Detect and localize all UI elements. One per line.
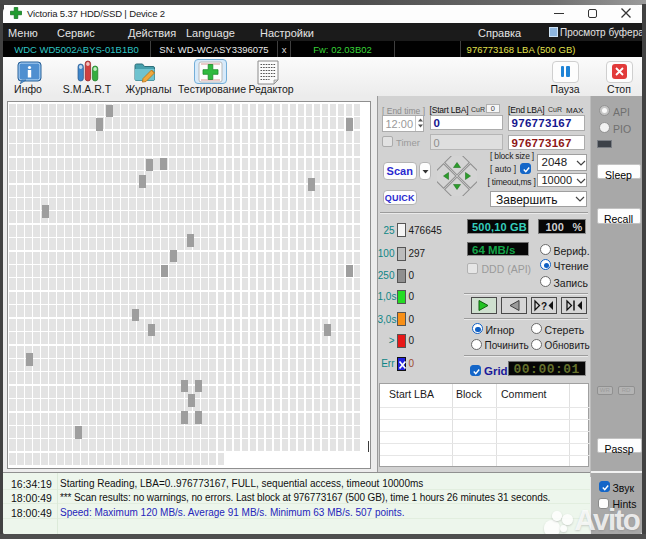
- svg-text:?: ?: [541, 301, 547, 312]
